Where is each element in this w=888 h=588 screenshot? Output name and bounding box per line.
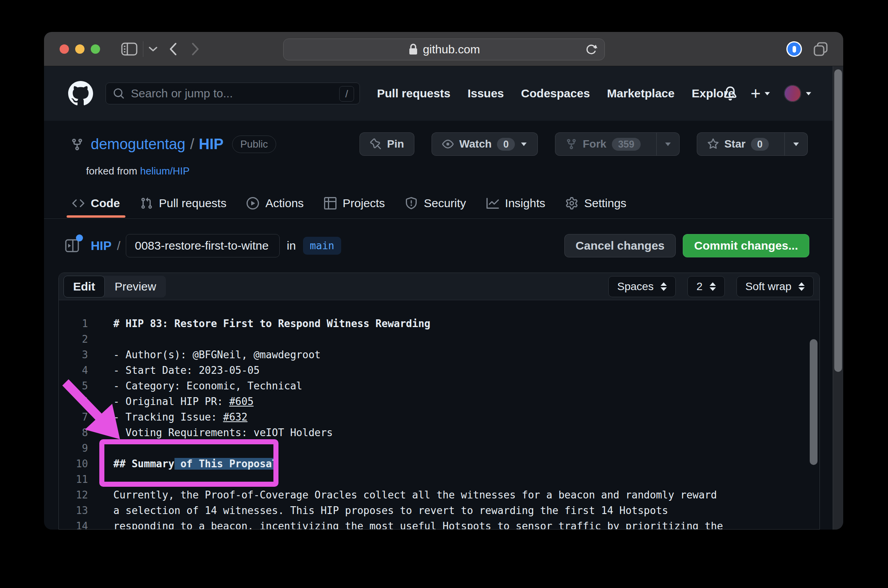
nav-pull-requests[interactable]: Pull requests — [377, 87, 450, 100]
wrap-mode-value: Soft wrap — [745, 280, 791, 293]
search-shortcut-key: / — [339, 86, 354, 102]
editor-scrollbar-thumb[interactable] — [810, 339, 818, 465]
star-button[interactable]: Star 0 — [697, 132, 808, 156]
filename-input[interactable]: 0083-restore-first-to-witne — [126, 234, 280, 257]
page-scrollbar-thumb[interactable] — [834, 69, 842, 372]
fork-dropdown[interactable] — [656, 133, 679, 155]
indent-mode-value: Spaces — [617, 280, 654, 293]
lock-icon — [408, 43, 418, 56]
code-line[interactable]: 5- Category: Economic, Technical — [59, 378, 819, 394]
code-line[interactable]: 13a selection of 14 witnesses. This HIP … — [59, 503, 819, 518]
code-line[interactable]: 14responding to a beacon, incentivizing … — [59, 518, 819, 529]
code-line[interactable]: 3- Author(s): @BFGNeil, @mawdegroot — [59, 347, 819, 363]
repo-separator: / — [190, 136, 194, 153]
tab-projects[interactable]: Projects — [324, 188, 385, 218]
indent-size-select[interactable]: 2 — [687, 276, 725, 297]
user-menu[interactable] — [784, 85, 812, 102]
line-number: 2 — [59, 333, 88, 345]
nav-issues[interactable]: Issues — [467, 87, 504, 100]
minimize-window-button[interactable] — [75, 44, 85, 54]
page-scrollbar-track — [833, 66, 843, 530]
line-number: 1 — [59, 318, 88, 329]
pin-button[interactable]: Pin — [359, 132, 415, 156]
caret-down-icon — [793, 143, 799, 146]
tabs-overview-icon[interactable] — [812, 40, 829, 58]
caret-down-icon — [765, 92, 770, 95]
plus-icon: + — [751, 84, 761, 103]
reload-icon[interactable] — [584, 43, 598, 57]
forked-from-link[interactable]: helium/HIP — [140, 165, 190, 177]
caret-down-icon — [806, 92, 811, 95]
branch-badge[interactable]: main — [303, 237, 342, 255]
search-placeholder: Search or jump to... — [131, 87, 233, 100]
line-number: 3 — [59, 349, 88, 361]
tab-preview[interactable]: Preview — [105, 276, 166, 298]
address-bar[interactable]: github.com — [283, 39, 605, 60]
tab-settings[interactable]: Settings — [566, 188, 626, 218]
code-line[interactable]: 11 — [59, 472, 819, 487]
git-pull-request-icon — [140, 197, 153, 209]
bell-icon[interactable] — [723, 86, 737, 100]
commit-changes-button[interactable]: Commit changes... — [683, 234, 809, 257]
sidebar-icon[interactable] — [121, 42, 137, 56]
eye-icon — [442, 138, 454, 150]
watch-button[interactable]: Watch 0 — [432, 132, 538, 156]
forked-from-label: forked from — [86, 165, 137, 177]
forward-icon[interactable] — [191, 42, 200, 56]
nav-marketplace[interactable]: Marketplace — [607, 87, 675, 100]
indent-mode-select[interactable]: Spaces — [608, 276, 676, 297]
line-number: 11 — [59, 474, 88, 485]
tab-security-label: Security — [424, 197, 466, 210]
tab-security[interactable]: Security — [405, 188, 466, 218]
tab-code-label: Code — [91, 197, 120, 210]
tab-edit[interactable]: Edit — [63, 276, 105, 298]
tab-actions[interactable]: Actions — [247, 188, 303, 218]
breadcrumb-repo-link[interactable]: HIP — [91, 239, 111, 253]
code-line[interactable]: 7- Tracking Issue: #632 — [59, 409, 819, 425]
search-input[interactable]: Search or jump to... / — [106, 83, 360, 104]
caret-down-icon — [521, 143, 527, 146]
cancel-changes-button[interactable]: Cancel changes — [564, 234, 676, 257]
tab-code[interactable]: Code — [72, 188, 120, 218]
star-label: Star — [724, 138, 745, 150]
code-line[interactable]: 1# HIP 83: Restore First to Respond Witn… — [59, 316, 819, 331]
code-line[interactable]: 6- Original HIP PR: #605 — [59, 394, 819, 409]
github-header: Search or jump to... / Pull requests Iss… — [44, 66, 843, 121]
repo-name-link[interactable]: HIP — [199, 136, 224, 153]
code-line[interactable]: 4- Start Date: 2023-05-05 — [59, 363, 819, 378]
zoom-window-button[interactable] — [91, 44, 100, 54]
fork-button[interactable]: Fork 359 — [555, 132, 679, 156]
code-editor-area[interactable]: 1# HIP 83: Restore First to Respond Witn… — [59, 300, 819, 529]
repo-owner-link[interactable]: demogutentag — [91, 136, 185, 153]
breadcrumb-separator: / — [117, 239, 120, 253]
github-logo[interactable] — [68, 81, 93, 106]
tab-settings-label: Settings — [584, 197, 626, 210]
wrap-mode-select[interactable]: Soft wrap — [736, 276, 814, 297]
updown-icon — [661, 282, 667, 291]
line-number: 6 — [59, 396, 88, 407]
star-dropdown[interactable] — [784, 133, 807, 155]
tab-insights[interactable]: Insights — [486, 188, 545, 218]
nav-codespaces[interactable]: Codespaces — [521, 87, 590, 100]
table-icon — [324, 197, 337, 209]
create-new-button[interactable]: + — [751, 84, 771, 103]
code-line[interactable]: 8- Voting Requirements: veIOT Holders — [59, 425, 819, 440]
back-icon[interactable] — [168, 42, 178, 56]
code-lines: 1# HIP 83: Restore First to Respond Witn… — [59, 300, 819, 529]
code-line[interactable]: 10## Summary of This Proposal — [59, 456, 819, 472]
line-number: 8 — [59, 427, 88, 438]
onepassword-icon[interactable] — [786, 41, 802, 57]
chevron-down-icon[interactable] — [148, 46, 158, 52]
code-line[interactable]: 2 — [59, 331, 819, 347]
code-line[interactable]: 9 — [59, 440, 819, 456]
tab-pull-requests[interactable]: Pull requests — [140, 188, 226, 218]
in-label: in — [287, 239, 296, 252]
file-bar: HIP / 0083-restore-first-to-witne in mai… — [44, 219, 833, 273]
caret-down-icon — [665, 143, 670, 146]
pin-label: Pin — [387, 138, 404, 150]
url-text: github.com — [423, 43, 480, 56]
close-window-button[interactable] — [60, 44, 69, 54]
header-nav: Pull requests Issues Codespaces Marketpl… — [377, 87, 735, 100]
updown-icon — [710, 282, 716, 291]
code-line[interactable]: 12Currently, the Proof-of-Coverage Oracl… — [59, 487, 819, 503]
